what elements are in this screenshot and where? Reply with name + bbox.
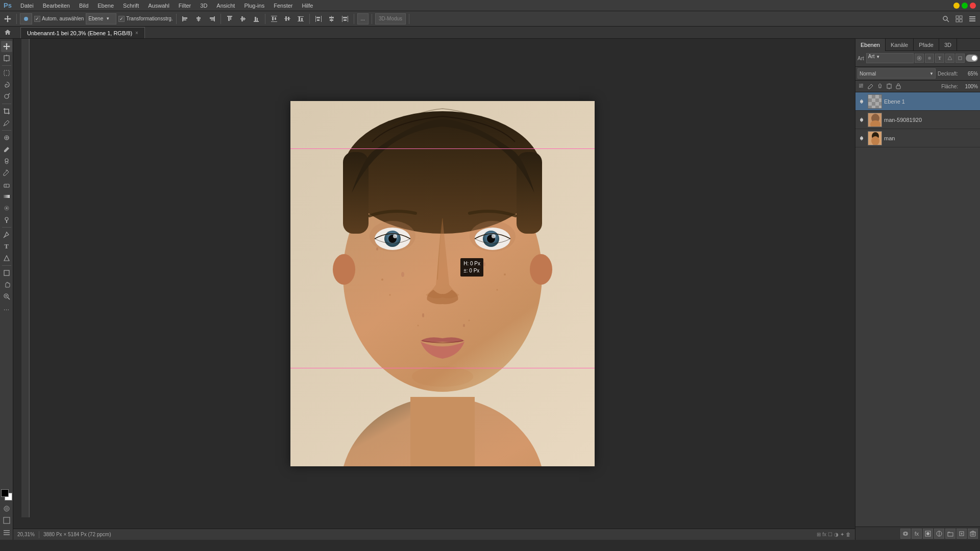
transform-checkbox[interactable]: ✓ Transformationsstrg. (118, 16, 173, 22)
stamp-tool[interactable] (1, 156, 12, 167)
artboard-tool[interactable] (1, 53, 12, 64)
add-mask-btn[interactable] (923, 529, 933, 539)
dist-right-btn[interactable] (339, 13, 351, 24)
crop-tool[interactable] (1, 106, 12, 117)
filter-dropdown[interactable]: Art ▼ (866, 53, 914, 63)
window-close[interactable] (970, 3, 976, 9)
filter-shape-icon[interactable] (945, 54, 954, 63)
layer-visibility-man59[interactable] (857, 116, 866, 124)
move-tool-icon[interactable] (2, 13, 13, 24)
filter-pixel-icon[interactable] (915, 54, 924, 63)
lock-all-icon[interactable] (894, 82, 902, 90)
eraser-tool[interactable] (1, 179, 12, 190)
dist-bottom-btn[interactable] (295, 13, 306, 24)
status-layer-icon[interactable]: ☐ (828, 532, 832, 537)
new-layer-btn[interactable] (957, 529, 967, 539)
history-brush-tool[interactable] (1, 167, 12, 179)
tab-3d[interactable]: 3D (939, 39, 957, 51)
status-grid-icon[interactable]: ⊞ (817, 532, 821, 537)
zoom-tool[interactable] (1, 291, 12, 302)
new-group-btn[interactable] (945, 529, 955, 539)
blur-tool[interactable] (1, 203, 12, 214)
layer-item-ebene1[interactable]: Ebene 1 (855, 92, 980, 111)
layer-visibility-ebene1[interactable] (857, 97, 866, 106)
document-tab[interactable]: Unbenannt-1 bei 20,3% (Ebene 1, RGB/8) × (20, 27, 145, 38)
canvas-document[interactable]: H: 0 Px ±: 0 Px (290, 101, 595, 466)
add-style-btn[interactable]: fx (912, 529, 922, 539)
misc-tool[interactable]: … (1, 303, 12, 314)
dist-center-v-btn[interactable] (282, 13, 293, 24)
delete-layer-btn[interactable] (968, 529, 978, 539)
tool-preset-btn[interactable] (20, 13, 32, 24)
dist-top-btn[interactable] (268, 13, 280, 24)
workspace-icon[interactable] (953, 13, 965, 24)
window-minimize[interactable] (953, 3, 960, 9)
lock-brush-icon[interactable] (867, 82, 875, 90)
search-icon[interactable] (940, 13, 951, 24)
lock-artboard-icon[interactable] (885, 82, 893, 90)
menu-plugins[interactable]: Plug-ins (240, 2, 268, 10)
brush-tool[interactable] (1, 144, 12, 155)
lock-position-icon[interactable] (876, 82, 884, 90)
tab-ebenen[interactable]: Ebenen (855, 39, 886, 51)
align-top-btn[interactable] (224, 13, 235, 24)
canvas-scroll-area[interactable]: H: 0 Px ±: 0 Px (21, 39, 855, 529)
screen-mode-btn[interactable] (1, 515, 12, 526)
auto-select-checkbox[interactable]: ✓ Autom. auswählen (34, 16, 84, 22)
menu-datei[interactable]: Datei (16, 2, 38, 10)
more-options-btn[interactable]: ... (357, 13, 369, 24)
shape-tool[interactable] (1, 267, 12, 279)
dodge-tool[interactable] (1, 214, 12, 226)
filter-toggle[interactable] (966, 55, 978, 62)
align-right-btn[interactable] (206, 13, 217, 24)
dist-left-btn[interactable] (313, 13, 324, 24)
foreground-color[interactable] (1, 489, 9, 497)
home-btn[interactable] (2, 27, 13, 38)
status-mask-icon[interactable]: ◑ (834, 532, 839, 537)
tab-close-btn[interactable]: × (135, 30, 138, 36)
quick-mask-btn[interactable] (1, 503, 12, 514)
lock-transparent-icon[interactable] (857, 82, 866, 90)
lasso-tool[interactable] (1, 79, 12, 90)
link-layers-btn[interactable] (900, 529, 911, 539)
pen-tool[interactable] (1, 229, 12, 240)
fill-value[interactable]: 100% (960, 84, 978, 89)
filter-text-icon[interactable]: T (935, 54, 944, 63)
gradient-tool[interactable] (1, 191, 12, 202)
status-trash-icon[interactable]: 🗑 (846, 532, 851, 537)
layer-item-man59[interactable]: man-59081920 (855, 111, 980, 129)
opacity-value[interactable]: 65% (960, 71, 978, 77)
add-adjustment-btn[interactable] (934, 529, 944, 539)
menu-ansicht[interactable]: Ansicht (212, 2, 239, 10)
status-style-icon[interactable]: ✦ (840, 532, 844, 537)
menu-bild[interactable]: Bild (75, 2, 92, 10)
autom-mode-dropdown[interactable]: Ebene ▼ (86, 13, 116, 24)
align-center-v-btn[interactable] (237, 13, 249, 24)
layer-visibility-man[interactable] (857, 134, 866, 142)
panel-toggle-icon[interactable] (967, 13, 978, 24)
window-maximize[interactable] (962, 3, 968, 9)
menu-schrift[interactable]: Schrift (119, 2, 143, 10)
extra-tool[interactable] (1, 527, 12, 538)
3d-mode-btn[interactable]: 3D-Modus (375, 13, 406, 24)
layer-item-man[interactable]: man (855, 129, 980, 147)
dist-center-h-btn[interactable] (326, 13, 337, 24)
quick-select-tool[interactable] (1, 91, 12, 102)
hand-tool[interactable] (1, 279, 12, 290)
menu-3d[interactable]: 3D (196, 2, 211, 10)
healing-tool[interactable] (1, 132, 12, 143)
text-tool[interactable]: T (1, 241, 12, 252)
color-swatches[interactable] (1, 489, 12, 500)
marquee-tool[interactable] (1, 67, 12, 79)
filter-adjust-icon[interactable] (925, 54, 934, 63)
filter-smart-icon[interactable] (955, 54, 965, 63)
menu-hilfe[interactable]: Hilfe (298, 2, 317, 10)
menu-ebene[interactable]: Ebene (93, 2, 118, 10)
path-select-tool[interactable] (1, 253, 12, 264)
tab-kanaele[interactable]: Kanäle (886, 39, 914, 51)
align-center-h-btn[interactable] (193, 13, 204, 24)
eyedropper-tool[interactable] (1, 117, 12, 129)
align-left-btn[interactable] (180, 13, 191, 24)
align-bottom-btn[interactable] (251, 13, 262, 24)
tab-pfade[interactable]: Pfade (914, 39, 939, 51)
